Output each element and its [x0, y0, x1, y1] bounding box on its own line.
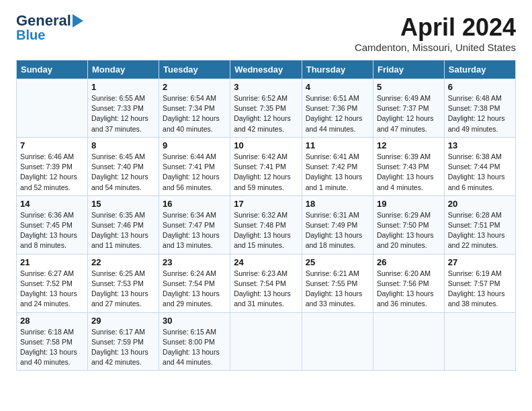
day-number: 3 — [234, 82, 298, 92]
weekday-header: Wednesday — [230, 60, 302, 79]
day-number: 20 — [448, 199, 512, 209]
day-number: 6 — [448, 82, 512, 92]
day-detail: Sunrise: 6:21 AM Sunset: 7:55 PM Dayligh… — [306, 269, 369, 310]
day-detail: Sunrise: 6:18 AM Sunset: 7:58 PM Dayligh… — [20, 327, 84, 368]
location: Camdenton, Missouri, United States — [355, 42, 516, 53]
calendar-cell — [373, 312, 444, 371]
day-number: 21 — [20, 257, 84, 267]
day-number: 10 — [234, 140, 298, 150]
weekday-header: Thursday — [302, 60, 373, 79]
day-number: 5 — [377, 82, 441, 92]
calendar-week-row: 28Sunrise: 6:18 AM Sunset: 7:58 PM Dayli… — [17, 312, 516, 371]
weekday-header: Friday — [373, 60, 444, 79]
day-number: 26 — [377, 257, 441, 267]
day-number: 11 — [306, 140, 369, 150]
calendar-cell — [17, 79, 88, 138]
day-detail: Sunrise: 6:27 AM Sunset: 7:52 PM Dayligh… — [20, 269, 84, 310]
weekday-header: Sunday — [17, 60, 88, 79]
calendar-cell — [230, 312, 302, 371]
day-detail: Sunrise: 6:54 AM Sunset: 7:34 PM Dayligh… — [163, 93, 226, 134]
day-detail: Sunrise: 6:24 AM Sunset: 7:54 PM Dayligh… — [163, 269, 226, 310]
calendar-cell: 10Sunrise: 6:42 AM Sunset: 7:41 PM Dayli… — [230, 137, 302, 195]
calendar-cell — [444, 312, 515, 371]
day-detail: Sunrise: 6:42 AM Sunset: 7:41 PM Dayligh… — [234, 152, 298, 193]
calendar-cell: 25Sunrise: 6:21 AM Sunset: 7:55 PM Dayli… — [302, 254, 373, 312]
day-detail: Sunrise: 6:41 AM Sunset: 7:42 PM Dayligh… — [306, 152, 369, 193]
month-title: April 2024 — [355, 13, 516, 42]
calendar-cell: 24Sunrise: 6:23 AM Sunset: 7:54 PM Dayli… — [230, 254, 302, 312]
calendar-week-row: 14Sunrise: 6:36 AM Sunset: 7:45 PM Dayli… — [17, 195, 516, 254]
day-number: 22 — [91, 257, 155, 267]
calendar-cell: 2Sunrise: 6:54 AM Sunset: 7:34 PM Daylig… — [159, 79, 230, 138]
day-number: 19 — [377, 199, 441, 209]
day-detail: Sunrise: 6:25 AM Sunset: 7:53 PM Dayligh… — [91, 269, 155, 310]
calendar-cell: 7Sunrise: 6:46 AM Sunset: 7:39 PM Daylig… — [17, 137, 88, 195]
day-detail: Sunrise: 6:15 AM Sunset: 8:00 PM Dayligh… — [163, 327, 226, 368]
day-detail: Sunrise: 6:49 AM Sunset: 7:37 PM Dayligh… — [377, 93, 441, 134]
day-number: 13 — [448, 140, 512, 150]
day-detail: Sunrise: 6:48 AM Sunset: 7:38 PM Dayligh… — [448, 93, 512, 134]
day-number: 25 — [306, 257, 369, 267]
day-number: 1 — [91, 82, 155, 92]
day-number: 29 — [91, 316, 155, 326]
day-detail: Sunrise: 6:39 AM Sunset: 7:43 PM Dayligh… — [377, 152, 441, 193]
day-detail: Sunrise: 6:38 AM Sunset: 7:44 PM Dayligh… — [448, 152, 512, 193]
day-number: 8 — [91, 140, 155, 150]
day-detail: Sunrise: 6:35 AM Sunset: 7:46 PM Dayligh… — [91, 210, 155, 251]
calendar-cell: 23Sunrise: 6:24 AM Sunset: 7:54 PM Dayli… — [159, 254, 230, 312]
calendar-cell: 27Sunrise: 6:19 AM Sunset: 7:57 PM Dayli… — [444, 254, 515, 312]
day-number: 23 — [163, 257, 226, 267]
calendar-cell: 20Sunrise: 6:28 AM Sunset: 7:51 PM Dayli… — [444, 195, 515, 254]
title-block: April 2024 Camdenton, Missouri, United S… — [355, 13, 516, 53]
calendar-cell: 14Sunrise: 6:36 AM Sunset: 7:45 PM Dayli… — [17, 195, 88, 254]
day-number: 24 — [234, 257, 298, 267]
day-detail: Sunrise: 6:17 AM Sunset: 7:59 PM Dayligh… — [91, 327, 155, 368]
day-detail: Sunrise: 6:28 AM Sunset: 7:51 PM Dayligh… — [448, 210, 512, 251]
logo-text-blue: Blue — [16, 28, 45, 42]
day-detail: Sunrise: 6:32 AM Sunset: 7:48 PM Dayligh… — [234, 210, 298, 251]
calendar-cell: 3Sunrise: 6:52 AM Sunset: 7:35 PM Daylig… — [230, 79, 302, 138]
calendar-cell: 18Sunrise: 6:31 AM Sunset: 7:49 PM Dayli… — [302, 195, 373, 254]
day-detail: Sunrise: 6:51 AM Sunset: 7:36 PM Dayligh… — [306, 93, 369, 134]
calendar-cell: 22Sunrise: 6:25 AM Sunset: 7:53 PM Dayli… — [88, 254, 159, 312]
day-detail: Sunrise: 6:29 AM Sunset: 7:50 PM Dayligh… — [377, 210, 441, 251]
calendar-cell: 30Sunrise: 6:15 AM Sunset: 8:00 PM Dayli… — [159, 312, 230, 371]
weekday-header: Monday — [88, 60, 159, 79]
day-number: 2 — [163, 82, 226, 92]
calendar-cell: 4Sunrise: 6:51 AM Sunset: 7:36 PM Daylig… — [302, 79, 373, 138]
day-detail: Sunrise: 6:46 AM Sunset: 7:39 PM Dayligh… — [20, 152, 84, 193]
calendar-cell: 9Sunrise: 6:44 AM Sunset: 7:41 PM Daylig… — [159, 137, 230, 195]
day-number: 4 — [306, 82, 369, 92]
calendar-cell: 8Sunrise: 6:45 AM Sunset: 7:40 PM Daylig… — [88, 137, 159, 195]
logo-text-general: General — [16, 13, 71, 28]
calendar-cell: 16Sunrise: 6:34 AM Sunset: 7:47 PM Dayli… — [159, 195, 230, 254]
page-header: General Blue April 2024 Camdenton, Misso… — [16, 13, 516, 53]
calendar-cell: 1Sunrise: 6:55 AM Sunset: 7:33 PM Daylig… — [88, 79, 159, 138]
calendar-week-row: 7Sunrise: 6:46 AM Sunset: 7:39 PM Daylig… — [17, 137, 516, 195]
calendar-table: SundayMondayTuesdayWednesdayThursdayFrid… — [16, 60, 516, 371]
day-number: 18 — [306, 199, 369, 209]
calendar-week-row: 21Sunrise: 6:27 AM Sunset: 7:52 PM Dayli… — [17, 254, 516, 312]
weekday-header: Saturday — [444, 60, 515, 79]
day-detail: Sunrise: 6:20 AM Sunset: 7:56 PM Dayligh… — [377, 269, 441, 310]
day-number: 9 — [163, 140, 226, 150]
calendar-cell: 26Sunrise: 6:20 AM Sunset: 7:56 PM Dayli… — [373, 254, 444, 312]
calendar-header-row: SundayMondayTuesdayWednesdayThursdayFrid… — [17, 60, 516, 79]
day-number: 16 — [163, 199, 226, 209]
logo: General Blue — [16, 13, 83, 42]
calendar-cell: 13Sunrise: 6:38 AM Sunset: 7:44 PM Dayli… — [444, 137, 515, 195]
day-number: 28 — [20, 316, 84, 326]
day-detail: Sunrise: 6:34 AM Sunset: 7:47 PM Dayligh… — [163, 210, 226, 251]
day-detail: Sunrise: 6:52 AM Sunset: 7:35 PM Dayligh… — [234, 93, 298, 134]
day-number: 17 — [234, 199, 298, 209]
day-detail: Sunrise: 6:31 AM Sunset: 7:49 PM Dayligh… — [306, 210, 369, 251]
day-detail: Sunrise: 6:23 AM Sunset: 7:54 PM Dayligh… — [234, 269, 298, 310]
day-detail: Sunrise: 6:19 AM Sunset: 7:57 PM Dayligh… — [448, 269, 512, 310]
day-number: 14 — [20, 199, 84, 209]
calendar-cell: 11Sunrise: 6:41 AM Sunset: 7:42 PM Dayli… — [302, 137, 373, 195]
calendar-cell — [302, 312, 373, 371]
logo-arrow-icon — [73, 14, 83, 28]
calendar-cell: 6Sunrise: 6:48 AM Sunset: 7:38 PM Daylig… — [444, 79, 515, 138]
calendar-cell: 28Sunrise: 6:18 AM Sunset: 7:58 PM Dayli… — [17, 312, 88, 371]
day-detail: Sunrise: 6:55 AM Sunset: 7:33 PM Dayligh… — [91, 93, 155, 134]
